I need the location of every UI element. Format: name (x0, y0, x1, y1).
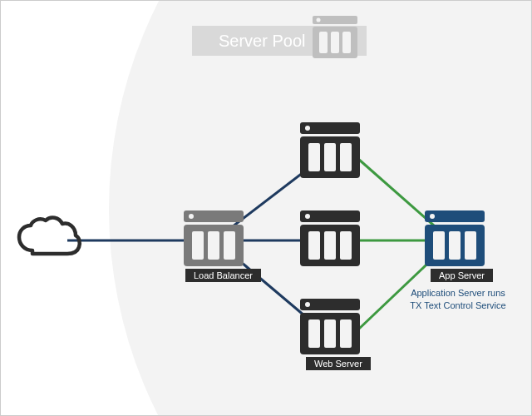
svg-rect-22 (324, 231, 336, 260)
web-server-middle-icon (300, 210, 360, 266)
svg-rect-5 (342, 32, 351, 53)
load-balancer-icon (184, 210, 244, 266)
web-server-bottom-icon (300, 299, 360, 354)
svg-point-7 (189, 214, 194, 219)
app-server-icon (425, 210, 485, 266)
svg-rect-16 (324, 143, 336, 171)
svg-point-25 (305, 302, 310, 307)
svg-rect-11 (224, 231, 235, 260)
svg-rect-4 (331, 32, 339, 53)
svg-point-13 (305, 126, 310, 131)
network-diagram (1, 1, 532, 416)
svg-rect-33 (433, 231, 445, 260)
web-server-label: Web Server (306, 357, 371, 370)
svg-rect-9 (192, 231, 204, 260)
svg-rect-10 (208, 231, 219, 260)
svg-rect-29 (340, 319, 352, 348)
cloud-icon (19, 218, 80, 254)
server-pool-icon (313, 16, 357, 58)
svg-rect-17 (340, 143, 352, 171)
svg-rect-28 (324, 319, 336, 348)
svg-rect-35 (465, 231, 476, 260)
svg-point-19 (305, 214, 310, 219)
svg-rect-27 (308, 319, 320, 348)
svg-rect-34 (449, 231, 461, 260)
svg-rect-3 (319, 32, 328, 53)
svg-rect-23 (340, 231, 352, 260)
load-balancer-label: Load Balancer (185, 269, 261, 282)
web-server-top-icon (300, 122, 360, 178)
app-server-label: App Server (431, 269, 493, 282)
app-server-description: Application Server runs TX Text Control … (408, 287, 508, 313)
svg-rect-15 (308, 143, 320, 171)
svg-point-31 (430, 214, 435, 219)
svg-rect-21 (308, 231, 320, 260)
svg-point-1 (317, 18, 321, 22)
